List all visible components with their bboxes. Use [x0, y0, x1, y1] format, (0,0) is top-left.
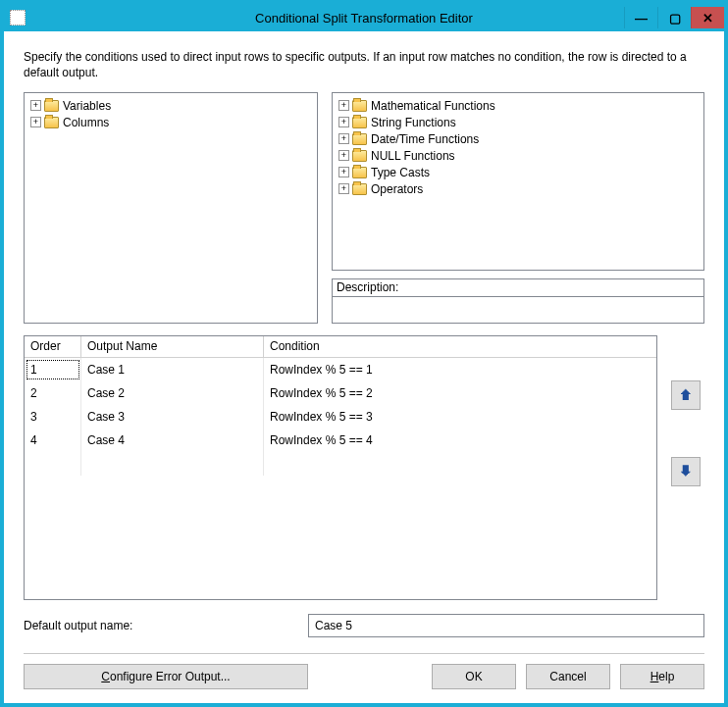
grid-row[interactable]: 1 Case 1 RowIndex % 5 == 1	[25, 358, 656, 381]
description-box[interactable]	[332, 296, 704, 324]
cell-condition[interactable]: RowIndex % 5 == 3	[264, 405, 656, 429]
expand-icon[interactable]: +	[338, 183, 349, 194]
tree-item-variables[interactable]: + Variables	[28, 97, 313, 114]
tree-label: Mathematical Functions	[370, 99, 495, 113]
tree-label: Type Casts	[370, 166, 430, 179]
maximize-button[interactable]: ▢	[657, 7, 691, 28]
cell-condition[interactable]: RowIndex % 5 == 4	[264, 429, 656, 452]
folder-icon	[352, 150, 367, 162]
tree-item[interactable]: +String Functions	[337, 114, 700, 130]
description-field: Description:	[332, 278, 704, 324]
tree-label: String Functions	[370, 116, 456, 129]
grid-row[interactable]: 2 Case 2 RowIndex % 5 == 2	[25, 381, 656, 405]
header-order[interactable]: Order	[25, 336, 81, 357]
move-down-button[interactable]: 🡇	[671, 457, 701, 486]
grid-row-empty[interactable]	[25, 452, 656, 476]
window-controls: — ▢ ✕	[624, 7, 724, 28]
cell-condition[interactable]: RowIndex % 5 == 1	[264, 358, 656, 381]
close-button[interactable]: ✕	[691, 7, 724, 28]
cell-name[interactable]: Case 2	[81, 381, 264, 405]
cell-condition[interactable]: RowIndex % 5 == 2	[264, 381, 656, 405]
cell-order[interactable]: 3	[25, 405, 81, 429]
expand-icon[interactable]: +	[338, 150, 349, 161]
grid-header: Order Output Name Condition	[25, 336, 656, 358]
cell-name[interactable]	[81, 452, 264, 476]
conditions-area: Order Output Name Condition 1 Case 1 Row…	[24, 335, 704, 600]
configure-error-output-button[interactable]: Configure Error Output...	[24, 664, 308, 689]
folder-icon	[352, 100, 367, 112]
default-output-label: Default output name:	[24, 619, 298, 632]
move-up-button[interactable]: 🡅	[671, 380, 701, 410]
titlebar: Conditional Split Transformation Editor …	[4, 4, 724, 31]
grid-row[interactable]: 4 Case 4 RowIndex % 5 == 4	[25, 429, 656, 452]
tree-label: Columns	[62, 116, 109, 129]
dialog-window: Conditional Split Transformation Editor …	[0, 0, 728, 707]
expand-icon[interactable]: +	[30, 100, 41, 111]
grid-row[interactable]: 3 Case 3 RowIndex % 5 == 3	[25, 405, 656, 429]
cell-order[interactable]: 1	[25, 358, 81, 381]
folder-icon	[352, 183, 367, 195]
tree-label: Operators	[370, 182, 423, 196]
expand-icon[interactable]: +	[338, 100, 349, 111]
minimize-button[interactable]: —	[624, 7, 657, 28]
tree-label: Variables	[62, 99, 111, 113]
expand-icon[interactable]: +	[30, 117, 41, 127]
dialog-content: Specify the conditions used to direct in…	[4, 31, 724, 703]
ok-button[interactable]: OK	[432, 664, 516, 689]
expand-icon[interactable]: +	[338, 117, 349, 127]
cell-name[interactable]: Case 3	[81, 405, 264, 429]
description-label: Description:	[332, 278, 704, 296]
arrow-up-icon: 🡅	[679, 387, 693, 403]
cell-name[interactable]: Case 4	[81, 429, 264, 452]
tree-item[interactable]: +Mathematical Functions	[337, 97, 700, 114]
window-title: Conditional Split Transformation Editor	[4, 11, 724, 25]
expand-icon[interactable]: +	[338, 133, 349, 144]
tree-item[interactable]: +Type Casts	[337, 164, 700, 180]
folder-icon	[352, 117, 367, 128]
cell-order[interactable]: 4	[25, 429, 81, 452]
functions-panel: +Mathematical Functions +String Function…	[332, 92, 704, 324]
reorder-buttons: 🡅 🡇	[667, 335, 704, 600]
expand-icon[interactable]: +	[338, 167, 349, 177]
variables-columns-tree[interactable]: + Variables + Columns	[24, 92, 318, 324]
header-condition[interactable]: Condition	[264, 336, 656, 357]
cell-order[interactable]: 2	[25, 381, 81, 405]
folder-icon	[352, 133, 367, 145]
tree-item[interactable]: +Date/Time Functions	[337, 130, 700, 147]
functions-tree[interactable]: +Mathematical Functions +String Function…	[332, 92, 704, 271]
folder-icon	[44, 100, 59, 112]
grid-body: 1 Case 1 RowIndex % 5 == 1 2 Case 2 RowI…	[25, 358, 656, 599]
arrow-down-icon: 🡇	[679, 464, 693, 480]
default-output-input[interactable]	[308, 614, 704, 637]
cancel-button[interactable]: Cancel	[526, 664, 610, 689]
conditions-grid[interactable]: Order Output Name Condition 1 Case 1 Row…	[24, 335, 657, 600]
cell-order[interactable]	[25, 452, 81, 476]
divider	[24, 653, 704, 654]
default-output-row: Default output name:	[24, 614, 704, 637]
help-button[interactable]: Help	[620, 664, 704, 689]
tree-label: Date/Time Functions	[370, 132, 479, 146]
cell-name[interactable]: Case 1	[81, 358, 264, 381]
tree-item[interactable]: +Operators	[337, 180, 700, 197]
tree-item[interactable]: +NULL Functions	[337, 147, 700, 164]
tree-item-columns[interactable]: + Columns	[28, 114, 313, 130]
dialog-description: Specify the conditions used to direct in…	[24, 49, 704, 80]
top-panes: + Variables + Columns +Mathematical Func…	[24, 92, 704, 324]
app-icon	[10, 10, 26, 25]
tree-label: NULL Functions	[370, 149, 455, 163]
header-output-name[interactable]: Output Name	[81, 336, 264, 357]
cell-condition[interactable]	[264, 452, 656, 476]
folder-icon	[44, 117, 59, 128]
folder-icon	[352, 167, 367, 178]
dialog-buttons: Configure Error Output... OK Cancel Help	[24, 664, 704, 689]
